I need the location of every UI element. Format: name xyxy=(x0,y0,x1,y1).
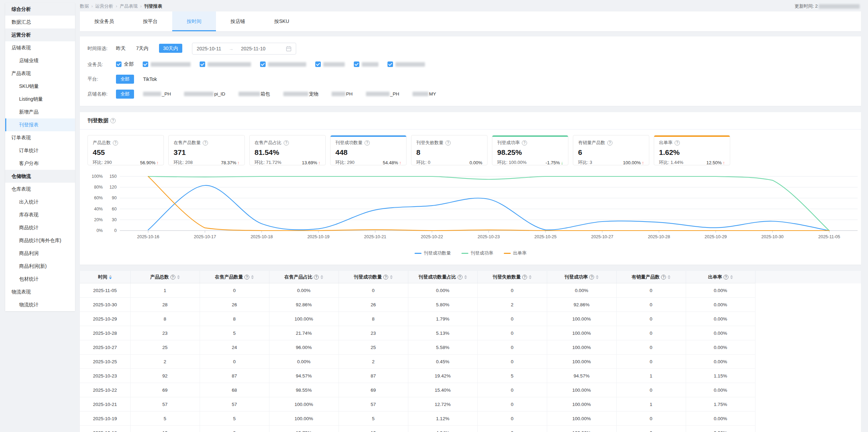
sort-carets[interactable] xyxy=(529,275,532,279)
salesman-option-redacted[interactable] xyxy=(260,61,306,67)
column-header-在售产品数量[interactable]: 在售产品数量 xyxy=(200,271,269,283)
column-header-产品总数[interactable]: 产品总数 xyxy=(130,271,200,283)
help-icon[interactable] xyxy=(314,275,319,280)
column-header-有销量产品数[interactable]: 有销量产品数 xyxy=(616,271,686,283)
salesman-option-redacted[interactable] xyxy=(143,61,191,67)
help-icon[interactable] xyxy=(589,275,594,280)
salesman-option-redacted[interactable] xyxy=(315,61,345,67)
salesman-option-redacted[interactable] xyxy=(387,61,425,67)
platform-option-tiktok[interactable]: TikTok xyxy=(143,76,157,82)
kpi-card-出单率[interactable]: 出单率1.62%环比: 1.44%12.50%↑ xyxy=(654,135,730,165)
tab-按店铺[interactable]: 按店铺 xyxy=(216,11,260,31)
shop-option[interactable]: 宠物 xyxy=(283,91,318,97)
help-icon[interactable] xyxy=(244,275,249,280)
help-icon[interactable] xyxy=(113,140,118,146)
sidebar-item-仓库表现[interactable]: 仓库表现 xyxy=(5,183,75,196)
salesman-option-redacted[interactable] xyxy=(200,61,251,67)
kpi-card-刊登失败数量[interactable]: 刊登失败数量8环比: 00.00% xyxy=(411,135,487,165)
sidebar-item-刊登报表[interactable]: 刊登报表 xyxy=(5,118,75,131)
sidebar-item-出入统计[interactable]: 出入统计 xyxy=(5,196,75,208)
sort-carets[interactable] xyxy=(730,275,733,279)
breadcrumb-item[interactable]: 数据 xyxy=(80,3,95,9)
sort-carets[interactable] xyxy=(668,275,670,279)
sidebar-item-包材统计[interactable]: 包材统计 xyxy=(5,273,75,285)
sidebar-item-SKU销量[interactable]: SKU销量 xyxy=(5,80,75,93)
sort-carets[interactable] xyxy=(390,275,393,279)
column-header-在售产品占比[interactable]: 在售产品占比 xyxy=(269,271,339,283)
sidebar-item-物流表现[interactable]: 物流表现 xyxy=(5,285,75,298)
kpi-card-刊登成功率[interactable]: 刊登成功率98.25%环比: 100.00%-1.75%↓ xyxy=(492,135,568,165)
preset-昨天[interactable]: 昨天 xyxy=(116,45,126,51)
breadcrumb-item[interactable]: 运营分析 xyxy=(95,3,119,9)
salesman-option-redacted[interactable] xyxy=(354,61,378,67)
sort-carets[interactable] xyxy=(109,275,112,279)
date-start[interactable]: 2025-10-11 xyxy=(197,46,221,51)
tab-按SKU[interactable]: 按SKU xyxy=(260,11,304,31)
column-header-刊登成功数量[interactable]: 刊登成功数量 xyxy=(339,271,408,283)
sidebar-item-订单表现[interactable]: 订单表现 xyxy=(5,131,75,144)
preset-7天内[interactable]: 7天内 xyxy=(136,45,149,51)
tab-按平台[interactable]: 按平台 xyxy=(128,11,172,31)
help-icon[interactable] xyxy=(607,140,612,146)
column-header-时间[interactable]: 时间 xyxy=(80,271,130,283)
help-icon[interactable] xyxy=(458,275,462,280)
checkbox-checked-icon[interactable] xyxy=(315,61,321,67)
sidebar-item-Listing销量[interactable]: Listing销量 xyxy=(5,93,75,106)
shop-all-button[interactable]: 全部 xyxy=(116,90,134,99)
shop-option[interactable]: PH xyxy=(332,91,353,97)
platform-all-button[interactable]: 全部 xyxy=(116,75,134,84)
sidebar-item-商品统计(海外仓库)[interactable]: 商品统计(海外仓库) xyxy=(5,234,75,247)
sidebar-item-商品统计[interactable]: 商品统计 xyxy=(5,221,75,234)
tab-按业务员[interactable]: 按业务员 xyxy=(80,11,128,31)
checkbox-checked-icon[interactable] xyxy=(354,61,359,67)
sidebar-item-数据汇总[interactable]: 数据汇总 xyxy=(5,16,75,28)
sort-carets[interactable] xyxy=(464,275,467,279)
shop-option[interactable]: MY xyxy=(412,91,436,97)
column-header-刊登成功率[interactable]: 刊登成功率 xyxy=(547,271,616,283)
shop-option[interactable]: _PH xyxy=(143,91,171,97)
salesman-option-all[interactable]: 全部 xyxy=(116,61,134,67)
legend-item-刊登成功数量[interactable]: 刊登成功数量 xyxy=(415,250,451,256)
legend-item-出单率[interactable]: 出单率 xyxy=(504,250,527,256)
sort-carets[interactable] xyxy=(251,275,254,279)
shop-option[interactable]: _PH xyxy=(366,91,399,97)
sort-carets[interactable] xyxy=(320,275,323,279)
sidebar-item-商品利润[interactable]: 商品利润 xyxy=(5,247,75,260)
checkbox-checked-icon[interactable] xyxy=(200,61,205,67)
kpi-card-产品总数[interactable]: 产品总数455环比: 29056.90%↑ xyxy=(87,135,164,165)
sidebar-item-物流统计[interactable]: 物流统计 xyxy=(5,298,75,311)
help-icon[interactable] xyxy=(170,275,175,280)
checkbox-checked-icon[interactable] xyxy=(260,61,266,67)
column-header-刊登失败数量[interactable]: 刊登失败数量 xyxy=(477,271,547,283)
sidebar-item-店铺表现[interactable]: 店铺表现 xyxy=(5,41,75,54)
help-icon[interactable] xyxy=(203,140,208,146)
kpi-card-在售产品数量[interactable]: 在售产品数量371环比: 20878.37%↑ xyxy=(168,135,245,165)
breadcrumb-item[interactable]: 产品表现 xyxy=(120,3,144,9)
sidebar-item-客户分布[interactable]: 客户分布 xyxy=(5,157,75,170)
sort-carets[interactable] xyxy=(177,275,180,279)
help-icon[interactable] xyxy=(522,275,527,280)
preset-30天内[interactable]: 30天内 xyxy=(159,44,183,53)
date-range-input[interactable]: 2025-10-11 → 2025-11-10 xyxy=(192,43,296,55)
sort-carets[interactable] xyxy=(596,275,599,279)
help-icon[interactable] xyxy=(365,140,370,146)
help-icon[interactable] xyxy=(661,275,666,280)
checkbox-checked-icon[interactable] xyxy=(387,61,393,67)
help-icon[interactable] xyxy=(522,140,527,146)
sidebar-item-产品表现[interactable]: 产品表现 xyxy=(5,67,75,80)
sidebar-item-商品利润(新)[interactable]: 商品利润(新) xyxy=(5,260,75,273)
help-icon[interactable] xyxy=(675,140,680,146)
tab-按时间[interactable]: 按时间 xyxy=(172,11,216,31)
help-icon[interactable] xyxy=(284,140,289,146)
column-header-刊登成功数量占比[interactable]: 刊登成功数量占比 xyxy=(408,271,477,283)
legend-item-刊登成功率[interactable]: 刊登成功率 xyxy=(461,250,493,256)
help-icon[interactable] xyxy=(445,140,451,146)
kpi-card-刊登成功数量[interactable]: 刊登成功数量448环比: 29054.48%↑ xyxy=(330,135,407,165)
kpi-card-在售产品占比[interactable]: 在售产品占比81.54%环比: 71.72%13.69%↑ xyxy=(249,135,326,165)
help-icon[interactable] xyxy=(724,275,728,280)
sidebar-item-库存表现[interactable]: 库存表现 xyxy=(5,208,75,221)
kpi-card-有销量产品数[interactable]: 有销量产品数6环比: 3100.00%↑ xyxy=(573,135,649,165)
checkbox-checked-icon[interactable] xyxy=(116,61,122,67)
help-icon[interactable] xyxy=(383,275,388,280)
checkbox-checked-icon[interactable] xyxy=(143,61,148,67)
